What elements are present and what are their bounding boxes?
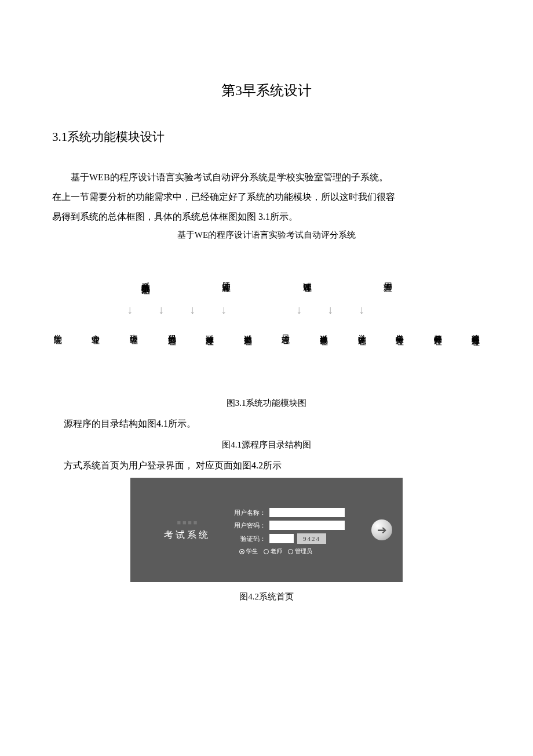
- tier2-node: 代码类型管理: [166, 328, 177, 380]
- para-3: 易得到系统的总体框图，具体的系统总体框图如图 3.1所示。: [52, 208, 481, 226]
- tier2-node: 日志管理: [280, 328, 291, 380]
- tier2-node: 试卷类型管理: [242, 328, 253, 380]
- diagram-arrows-row: ↓ ↓ ↓ ↓ ↓ ↓ ↓: [52, 303, 481, 317]
- module-diagram: 系统基础数据管理 题库管理 试卷管理 用户管理 ↓ ↓ ↓ ↓ ↓ ↓ ↓ 学院…: [52, 275, 481, 409]
- arrow-down-icon: ↓: [216, 303, 232, 317]
- figure-3-1-caption: 图3.1系统功能模块图: [52, 398, 481, 409]
- brand-faded: ■ ■ ■ ■: [141, 519, 233, 526]
- tier1-node: 用户管理: [382, 275, 394, 280]
- login-brand: ■ ■ ■ ■ 考试系统: [141, 519, 233, 541]
- tier1-node: 试卷管理: [301, 275, 313, 280]
- arrow-right-icon: ➔: [377, 523, 387, 537]
- role-teacher-radio[interactable]: 老师: [264, 547, 282, 555]
- homepage-line: 方式系统首页为用户登录界面， 对应页面如图4.2所示: [64, 460, 481, 472]
- captcha-label: 验证码：: [233, 535, 266, 543]
- diagram-tier1: 系统基础数据管理 题库管理 试卷管理 用户管理: [52, 275, 481, 280]
- tier2-node: 教师帐号管理: [432, 328, 443, 380]
- para-2: 在上一节需要分析的功能需求中，已经确定好了系统的功能模块，所以这时我们很容: [52, 188, 481, 206]
- login-submit-button[interactable]: ➔: [371, 519, 392, 540]
- brand-main: 考试系统: [164, 530, 210, 540]
- role-radios: 学生 老师 管理员: [233, 547, 363, 555]
- arrow-down-icon: ↓: [184, 303, 200, 317]
- login-form: 用户名称： 用户密码： 验证码： 9424 学生 老师 管理员: [233, 504, 363, 555]
- tier1-node: 题库管理: [221, 275, 232, 280]
- arrow-down-icon: ↓: [122, 303, 138, 317]
- tier2-node: 管理员帐号管理: [470, 328, 481, 380]
- username-input[interactable]: [269, 508, 345, 517]
- tier2-node: 学生帐号管理: [394, 328, 404, 380]
- diagram-tier2: 学院管理 专业管理 班级管理 代码类型管理 试题难度管理 试卷类型管理 日志管理…: [52, 328, 481, 380]
- tier2-node: 学院管理: [52, 328, 63, 380]
- captcha-input[interactable]: [269, 534, 294, 543]
- tier2-node: 班级管理: [128, 328, 138, 380]
- arrow-down-icon: ↓: [322, 303, 338, 317]
- tier2-node: 试题难度管理: [204, 328, 214, 380]
- source-struct-line: 源程序的目录结构如图4.1所示。: [64, 418, 481, 430]
- role-admin-radio[interactable]: 管理员: [288, 547, 312, 555]
- arrow-down-icon: ↓: [291, 303, 307, 317]
- password-label: 用户密码：: [233, 521, 266, 530]
- figure-4-2-caption: 图4.2系统首页: [52, 591, 481, 602]
- login-panel: ■ ■ ■ ■ 考试系统 用户名称： 用户密码： 验证码： 9424 学生 老师…: [130, 478, 403, 582]
- role-student-radio[interactable]: 学生: [239, 547, 258, 555]
- tier1-node: 系统基础数据管理: [140, 275, 151, 280]
- tier2-node: 学生试卷管理: [356, 328, 367, 380]
- section-title: 3.1系统功能模块设计: [52, 129, 481, 145]
- tier2-node: 试卷模板管理: [318, 328, 328, 380]
- tier2-node: 专业管理: [90, 328, 101, 380]
- chapter-title: 第3早系统设计: [52, 81, 481, 100]
- para-1: 基于WEB的程序设计语言实验考试自动评分系统是学校实验室管理的子系统。: [52, 168, 481, 187]
- arrow-down-icon: ↓: [153, 303, 169, 317]
- figure-4-1-caption: 图4.1源程序目录结构图: [52, 439, 481, 450]
- username-label: 用户名称：: [233, 508, 266, 517]
- password-input[interactable]: [269, 521, 345, 530]
- arrow-down-icon: ↓: [353, 303, 370, 317]
- diagram-root-title: 基于WE的程序设计语言实验考试自动评分系统: [52, 230, 481, 241]
- captcha-image: 9424: [297, 533, 326, 544]
